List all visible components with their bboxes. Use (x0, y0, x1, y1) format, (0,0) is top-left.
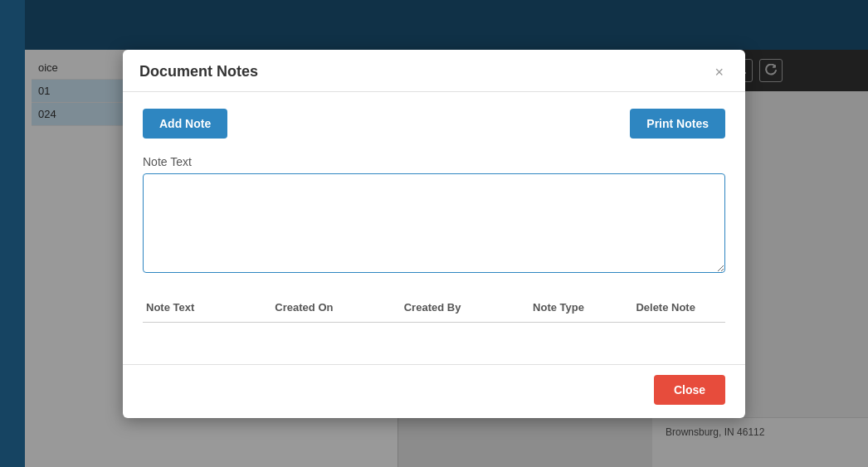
col-header-delete-note: Delete Note (636, 301, 722, 314)
modal-footer: Close (123, 364, 745, 418)
note-text-label: Note Text (143, 155, 725, 168)
col-header-note-type: Note Type (533, 301, 636, 314)
modal-toolbar-row: Add Note Print Notes (143, 109, 725, 139)
notes-table-body (143, 323, 725, 348)
modal-title: Document Notes (139, 63, 258, 80)
modal-overlay: Document Notes × Add Note Print Notes No… (0, 0, 868, 467)
modal-body: Add Note Print Notes Note Text Note Text… (123, 92, 745, 364)
print-notes-button[interactable]: Print Notes (630, 109, 725, 139)
close-button[interactable]: Close (654, 375, 725, 405)
modal-header: Document Notes × (123, 50, 745, 92)
document-notes-modal: Document Notes × Add Note Print Notes No… (123, 50, 745, 418)
note-text-textarea[interactable] (143, 173, 725, 273)
modal-close-x-button[interactable]: × (710, 63, 729, 81)
col-header-note-text: Note Text (146, 301, 275, 314)
add-note-button[interactable]: Add Note (143, 109, 227, 139)
col-header-created-on: Created On (275, 301, 403, 314)
notes-table-header: Note Text Created On Created By Note Typ… (143, 293, 725, 323)
col-header-created-by: Created By (404, 301, 533, 314)
